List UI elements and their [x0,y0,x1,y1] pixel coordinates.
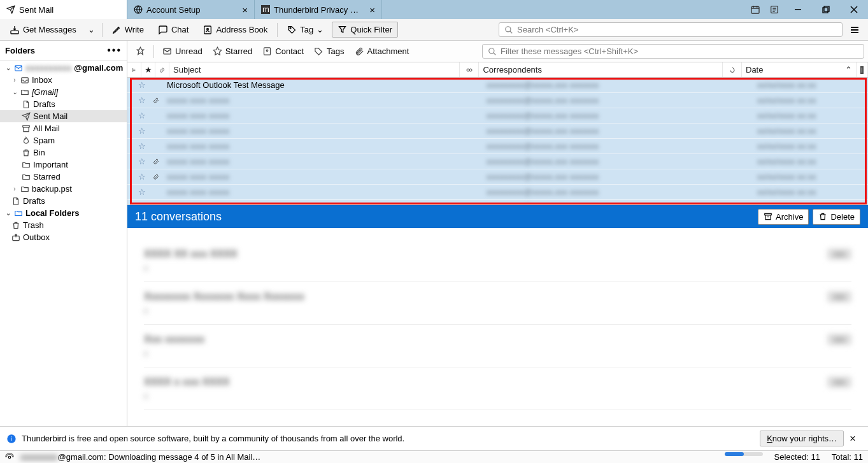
col-thread[interactable] [127,62,141,77]
archive-button[interactable]: Archive [758,209,809,225]
star-toggle[interactable]: ☆ [135,139,149,153]
activity-icon[interactable] [5,453,14,462]
col-subject[interactable]: Subject [169,62,460,77]
col-correspondents[interactable]: Correspondents [479,62,723,77]
message-filter-search[interactable] [482,44,864,59]
write-button[interactable]: Write [106,22,150,38]
close-button[interactable] [840,0,868,19]
filter-pin-button[interactable] [131,44,150,59]
star-toggle[interactable]: ☆ [135,185,149,199]
message-subject: xxxxx xxxx xxxxx [163,154,464,169]
folder-inbox[interactable]: › Inbox [0,74,127,86]
folder-spam[interactable]: Spam [0,134,127,146]
quick-filter-button[interactable]: Quick Filter [332,22,398,38]
tab-account-setup[interactable]: Account Setup × [127,0,255,19]
svg-rect-3 [751,6,759,13]
calendar-icon[interactable] [746,0,765,19]
folder-bin[interactable]: Bin [0,146,127,159]
status-bar: xxxxxxxxx@gmail.com: Downloading message… [0,450,868,463]
message-correspondents: xxxxxxxxx@xxxxx.xxx xxxxxxx [483,93,734,108]
preview-item[interactable]: xxxXXXX x xxx XXXXx [144,367,851,410]
message-row[interactable]: ☆Microsoft Outlook Test Messagexxxxxxxxx… [127,78,868,93]
twisty-icon[interactable]: ⌄ [5,64,11,71]
twisty-icon[interactable]: ⌄ [11,89,18,96]
close-icon[interactable]: × [844,433,862,445]
filter-tags-button[interactable]: Tags [309,44,348,59]
filter-unread-button[interactable]: Unread [158,44,207,59]
local-folders-row[interactable]: ⌄ Local Folders [0,207,127,219]
chat-button[interactable]: Chat [152,22,194,38]
app-menu-button[interactable] [845,25,864,35]
folder-drafts[interactable]: Drafts [0,98,127,110]
star-toggle[interactable]: ☆ [135,78,149,92]
kebab-icon[interactable]: ••• [107,45,122,56]
message-row[interactable]: ☆xxxxx xxxx xxxxxxxxxxxxxx@xxxxx.xxx xxx… [127,108,868,124]
folder-all-mail[interactable]: All Mail [0,122,127,134]
star-toggle[interactable]: ☆ [135,154,149,169]
twisty-icon[interactable]: ⌄ [5,210,11,217]
separator [277,23,278,37]
filter-starred-button[interactable]: Starred [208,44,257,59]
folder-backup-drafts[interactable]: Drafts [0,195,127,207]
folder-outbox[interactable]: Outbox [0,231,127,243]
get-messages-dropdown[interactable]: ⌄ [85,22,98,38]
folder-trash[interactable]: Trash [0,219,127,231]
star-toggle[interactable]: ☆ [135,108,149,123]
folder-starred[interactable]: Starred [0,171,127,183]
global-search-input[interactable] [517,25,837,34]
maximize-button[interactable] [812,0,840,19]
message-row[interactable]: ☆xxxxx xxxx xxxxxxxxxxxxxx@xxxxx.xxx xxx… [127,169,868,185]
tab-sent-mail[interactable]: Sent Mail [0,0,127,19]
know-your-rights-button[interactable]: Know your rights… [760,431,844,446]
col-spam[interactable] [460,62,479,77]
preview-item[interactable]: xxxXxxxxxxx Xxxxxxx Xxxx Xxxxxxxx [144,282,851,325]
tag-button[interactable]: Tag ⌄ [281,22,329,38]
minimize-button[interactable] [784,0,812,19]
star-icon [213,46,222,56]
folder-sent-mail[interactable]: Sent Mail [0,110,127,122]
pencil-icon [112,25,122,34]
folder-gmail[interactable]: ⌄ [Gmail] [0,86,127,98]
twisty-icon[interactable]: › [11,185,18,192]
col-attachment[interactable] [155,62,169,77]
filter-contact-button[interactable]: Contact [258,44,308,59]
separator [153,45,154,58]
star-toggle[interactable]: ☆ [135,124,149,138]
tab-privacy-notice[interactable]: m Thunderbird Privacy Notice × [255,0,382,19]
message-list[interactable]: ☆Microsoft Outlook Test Messagexxxxxxxxx… [127,78,868,205]
account-row[interactable]: ⌄ xxxxxxxxxx@gmail.com [0,62,127,74]
close-icon[interactable]: × [369,5,375,15]
address-book-button[interactable]: Address Book [197,22,273,38]
message-preview-pane[interactable]: xxxXXXX XX xxx XXXXx xxxXxxxxxxx Xxxxxxx… [127,228,868,426]
message-row[interactable]: ☆xxxxx xxxx xxxxxxxxxxxxxx@xxxxx.xxx xxx… [127,185,868,200]
col-picker[interactable] [857,62,868,77]
delete-button[interactable]: Delete [813,209,860,225]
tasks-icon[interactable] [765,0,784,19]
filter-attachment-button[interactable]: Attachment [350,44,414,59]
archive-icon [764,212,772,221]
message-filter-input[interactable] [501,46,858,56]
star-toggle[interactable]: ☆ [135,169,149,184]
message-row[interactable]: ☆xxxxx xxxx xxxxxxxxxxxxxx@xxxxx.xxx xxx… [127,200,868,205]
global-search[interactable] [499,22,843,37]
folder-important[interactable]: Important [0,159,127,171]
main-pane: Unread Starred Contact Tags Attachment ★… [127,41,868,426]
message-row[interactable]: ☆xxxxx xxxx xxxxxxxxxxxxxx@xxxxx.xxx xxx… [127,139,868,154]
get-messages-button[interactable]: Get Messages [4,22,82,38]
folder-icon [20,185,29,194]
folder-tree[interactable]: ⌄ xxxxxxxxxx@gmail.com › Inbox ⌄ [Gmail]… [0,61,127,426]
message-row[interactable]: ☆xxxxx xxxx xxxxxxxxxxxxxx@xxxxx.xxx xxx… [127,154,868,169]
twisty-icon[interactable]: › [11,76,18,83]
col-date[interactable]: Date⌃ [742,62,857,77]
col-size[interactable] [723,62,742,77]
preview-item[interactable]: xxxXxx xxxxxxxx [144,325,851,367]
folder-backup[interactable]: › backup.pst [0,183,127,195]
col-star[interactable]: ★ [141,62,155,77]
star-toggle[interactable]: ☆ [135,200,149,205]
svg-point-25 [267,50,269,52]
close-icon[interactable]: × [242,5,248,15]
message-row[interactable]: ☆xxxxx xxxx xxxxxxxxxxxxxx@xxxxx.xxx xxx… [127,93,868,108]
preview-item[interactable]: xxxXXXX XX xxx XXXXx [144,239,851,282]
message-row[interactable]: ☆xxxxx xxxx xxxxxxxxxxxxxx@xxxxx.xxx xxx… [127,124,868,139]
star-toggle[interactable]: ☆ [135,93,149,108]
